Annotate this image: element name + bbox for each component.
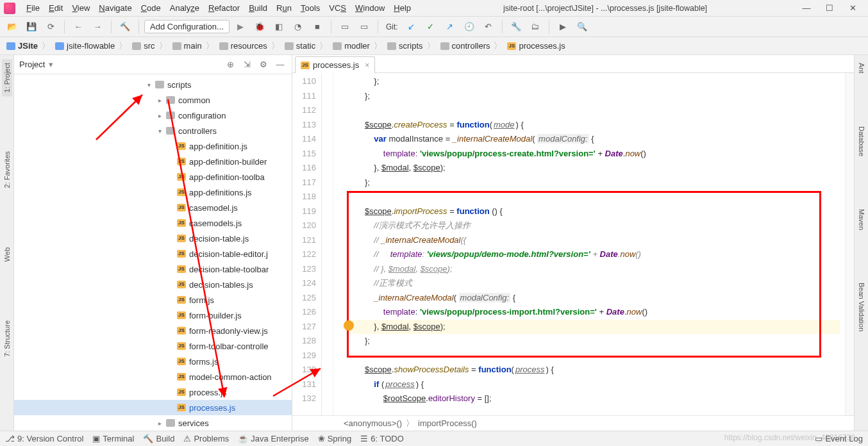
code-text[interactable]: }; }; $scope.createProcess = function(mo… — [341, 73, 845, 415]
tree-item[interactable]: JSform-toolbar-controlle — [14, 338, 292, 354]
open-icon[interactable]: 📂 — [4, 19, 21, 35]
sb-terminal[interactable]: ▣ Terminal — [92, 434, 134, 443]
crumb-controllers[interactable]: controllers〉 — [438, 40, 505, 52]
menu-window[interactable]: Window — [351, 3, 389, 13]
code-crumb-0[interactable]: <anonymous>() — [344, 418, 402, 428]
git-history-icon[interactable]: 🕘 — [461, 19, 478, 35]
build-icon[interactable]: 🔨 — [117, 19, 133, 35]
menu-analyze[interactable]: Analyze — [165, 3, 204, 13]
run-icon[interactable]: ▶ — [232, 19, 249, 35]
refresh-icon[interactable]: ⟳ — [42, 19, 59, 35]
tree-item[interactable]: ▸services — [14, 415, 292, 431]
crumb-modler[interactable]: modler〉 — [330, 40, 385, 52]
git-push-icon[interactable]: ↗ — [442, 19, 458, 35]
tab-ant[interactable]: Ant — [856, 59, 867, 78]
expand-icon[interactable]: ⇲ — [240, 58, 253, 71]
settings-icon[interactable]: 🔧 — [508, 19, 524, 35]
coverage-icon[interactable]: ◧ — [271, 19, 287, 35]
tab-favorites[interactable]: 2: Favorites — [2, 147, 12, 192]
save-icon[interactable]: 💾 — [23, 19, 40, 35]
tree-item[interactable]: JSapp-definition.js — [14, 138, 292, 154]
tree-item[interactable]: JSdecision-table-editor.j — [14, 246, 292, 261]
menu-view[interactable]: View — [67, 3, 94, 13]
close-button[interactable]: ✕ — [841, 1, 864, 15]
tab-project[interactable]: 1: Project — [2, 59, 12, 96]
git-commit-icon[interactable]: ✓ — [422, 19, 439, 35]
crumb-resources[interactable]: resources〉 — [217, 40, 282, 52]
debug-icon[interactable]: 🐞 — [251, 19, 268, 35]
sb-todo[interactable]: ☰ 6: TODO — [360, 434, 404, 443]
hide-panel-icon[interactable]: — — [274, 58, 287, 71]
run-configuration-dropdown[interactable]: Add Configuration... — [144, 20, 230, 33]
menu-tools[interactable]: Tools — [296, 3, 324, 13]
sb-spring[interactable]: ❀ Spring — [318, 434, 352, 443]
tree-item[interactable]: JScasemodels.js — [14, 215, 292, 231]
tree-item[interactable]: ▾scripts — [14, 77, 292, 92]
menu-help[interactable]: Help — [389, 3, 415, 13]
tree-item[interactable]: JScasemodel.js — [14, 200, 292, 215]
project-tree[interactable]: ▾scripts▸common▸configuration▾controller… — [14, 74, 292, 431]
crumb-scripts[interactable]: scripts〉 — [385, 40, 438, 52]
git-update-icon[interactable]: ↙ — [403, 19, 420, 35]
locate-icon[interactable]: ⊕ — [224, 58, 237, 71]
crumb-module[interactable]: jsite-flowable〉 — [53, 40, 129, 52]
code-crumb-1[interactable]: importProcess() — [418, 418, 477, 428]
tree-item[interactable]: JSform-builder.js — [14, 308, 292, 323]
layout1-icon[interactable]: ▭ — [337, 19, 353, 35]
run-anything-icon[interactable]: ▶ — [555, 19, 571, 35]
git-revert-icon[interactable]: ↶ — [480, 19, 497, 35]
tree-item[interactable]: ▸common — [14, 92, 292, 108]
fold-gutter[interactable] — [322, 73, 333, 415]
tree-item[interactable]: JSapp-definition-toolba — [14, 169, 292, 185]
close-tab-icon[interactable]: × — [365, 61, 369, 70]
menu-navigate[interactable]: Navigate — [94, 3, 136, 13]
breakpoint-gutter[interactable] — [333, 73, 341, 415]
tab-maven[interactable]: Maven — [856, 205, 867, 234]
editor-tab-processes[interactable]: JS processes.js × — [295, 56, 375, 73]
layout2-icon[interactable]: ▭ — [356, 19, 372, 35]
tree-item[interactable]: JSapp-definitions.js — [14, 185, 292, 200]
tree-item[interactable]: JSdecision-table-toolbar — [14, 261, 292, 277]
menu-file[interactable]: File — [22, 3, 44, 13]
tab-database[interactable]: Database — [856, 122, 867, 160]
sb-problems[interactable]: ⚠ Problems — [183, 434, 229, 443]
search-icon[interactable]: 🔍 — [574, 19, 590, 35]
stop-icon[interactable]: ■ — [309, 19, 326, 35]
menu-run[interactable]: Run — [272, 3, 296, 13]
tree-item[interactable]: JSapp-definition-builder — [14, 154, 292, 169]
tree-item[interactable]: JSprocesses.js — [14, 400, 292, 415]
menu-edit[interactable]: Edit — [44, 3, 67, 13]
crumb-static[interactable]: static〉 — [282, 40, 330, 52]
menu-refactor[interactable]: Refactor — [204, 3, 244, 13]
tree-item[interactable]: ▸configuration — [14, 108, 292, 123]
menu-vcs[interactable]: VCS — [324, 3, 351, 13]
menu-code[interactable]: Code — [137, 3, 165, 13]
tree-item[interactable]: ▾controllers — [14, 123, 292, 138]
tree-item[interactable]: JSprocess.js — [14, 384, 292, 400]
menu-build[interactable]: Build — [244, 3, 272, 13]
crumb-file[interactable]: JSprocesses.js — [505, 41, 567, 51]
sb-build[interactable]: 🔨 Build — [143, 434, 174, 443]
error-stripe[interactable] — [845, 73, 854, 415]
tab-bean-validation[interactable]: Bean Validation — [856, 279, 867, 335]
tree-item[interactable]: JSmodel-common-action — [14, 369, 292, 384]
tab-structure[interactable]: 7: Structure — [2, 317, 12, 361]
maximize-button[interactable]: ☐ — [818, 1, 841, 15]
profile-icon[interactable]: ◔ — [290, 19, 306, 35]
minimize-button[interactable]: — — [795, 1, 818, 15]
tree-item[interactable]: JSdecision-table.js — [14, 231, 292, 246]
tab-web[interactable]: Web — [2, 244, 12, 265]
back-icon[interactable]: ← — [70, 19, 87, 35]
tree-item[interactable]: JSform.js — [14, 292, 292, 308]
tree-item[interactable]: JSforms.js — [14, 354, 292, 369]
crumb-root[interactable]: JSite〉 — [4, 40, 53, 52]
code-area[interactable]: 1101111121131141151161171181191201211221… — [292, 73, 854, 415]
crumb-main[interactable]: main〉 — [170, 40, 217, 52]
project-structure-icon[interactable]: 🗂 — [527, 19, 544, 35]
tree-item[interactable]: JSform-readonly-view.js — [14, 323, 292, 338]
tree-item[interactable]: JSdecision-tables.js — [14, 277, 292, 292]
panel-settings-icon[interactable]: ⚙ — [257, 58, 270, 71]
sb-version-control[interactable]: ⎇ 9: Version Control — [5, 434, 83, 443]
sb-java-enterprise[interactable]: ☕ Java Enterprise — [238, 434, 308, 443]
project-panel-title[interactable]: Project — [19, 60, 45, 69]
